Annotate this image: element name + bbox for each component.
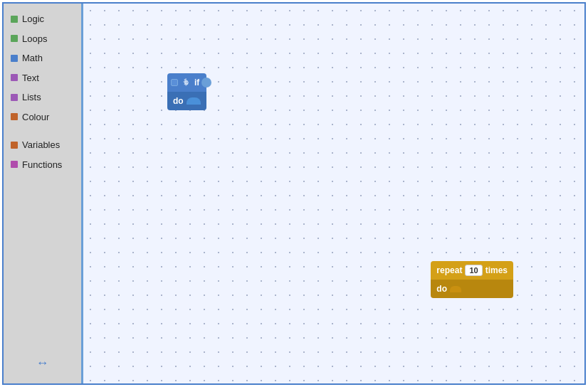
sidebar-item-loops[interactable]: Loops <box>4 29 81 49</box>
resize-icon: ↔ <box>36 356 49 370</box>
if-block[interactable]: if do <box>167 73 206 110</box>
if-label: if <box>194 78 199 88</box>
math-dot <box>11 55 18 62</box>
if-do-notch <box>187 97 201 105</box>
if-block-top[interactable]: if <box>167 73 206 92</box>
repeat-block[interactable]: repeat 10 times do <box>431 261 513 298</box>
sidebar-label-functions: Functions <box>22 158 62 172</box>
repeat-block-bottom[interactable]: do <box>431 280 513 298</box>
if-block-bottom[interactable]: do <box>167 92 206 110</box>
resize-handle[interactable]: ↔ <box>36 356 49 371</box>
do-label: do <box>173 96 184 106</box>
sidebar-label-loops: Loops <box>22 32 47 46</box>
sidebar: Logic Loops Math Text Lists Colour Varia… <box>4 4 83 383</box>
sidebar-label-variables: Variables <box>22 138 60 152</box>
sidebar-item-colour[interactable]: Colour <box>4 107 81 127</box>
sidebar-label-logic: Logic <box>22 12 44 26</box>
sidebar-label-text: Text <box>22 71 39 85</box>
text-dot <box>11 74 18 81</box>
logic-dot <box>11 16 18 23</box>
repeat-input[interactable]: 10 <box>465 265 482 276</box>
block-canvas[interactable]: if do repeat 10 times do <box>83 4 584 383</box>
variables-dot <box>11 142 18 149</box>
sidebar-item-math[interactable]: Math <box>4 48 81 68</box>
sidebar-label-lists: Lists <box>22 90 41 105</box>
repeat-prefix-label: repeat <box>436 265 462 275</box>
sidebar-label-math: Math <box>22 51 43 65</box>
repeat-suffix-label: times <box>485 265 508 275</box>
gear-icon <box>182 78 191 88</box>
repeat-block-top[interactable]: repeat 10 times <box>431 261 513 280</box>
lists-dot <box>11 94 18 101</box>
repeat-do-notch <box>450 286 461 292</box>
functions-dot <box>11 161 18 168</box>
sidebar-item-logic[interactable]: Logic <box>4 9 81 29</box>
sidebar-label-colour: Colour <box>22 110 49 124</box>
colour-dot <box>11 113 18 120</box>
sidebar-item-text[interactable]: Text <box>4 68 81 88</box>
repeat-do-label: do <box>436 284 447 294</box>
sidebar-item-functions[interactable]: Functions <box>4 155 81 175</box>
sidebar-item-lists[interactable]: Lists <box>4 88 81 107</box>
loops-dot <box>11 35 18 42</box>
sidebar-item-variables[interactable]: Variables <box>4 135 81 155</box>
main-container: Logic Loops Math Text Lists Colour Varia… <box>2 2 586 385</box>
